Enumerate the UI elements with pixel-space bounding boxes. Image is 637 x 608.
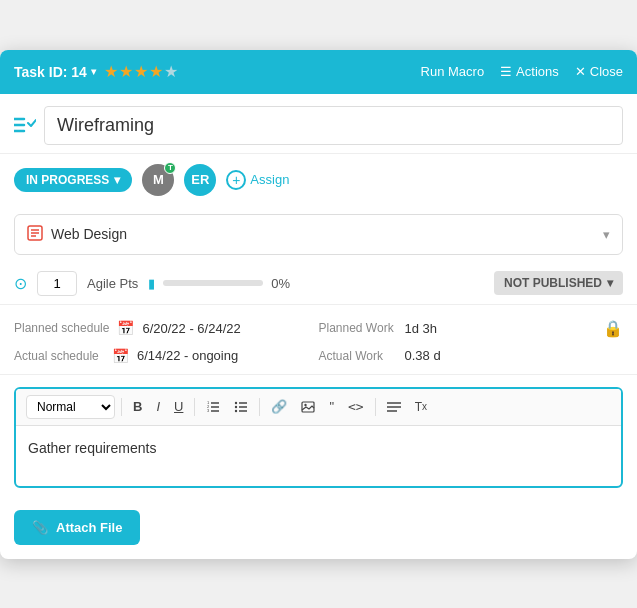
toolbar-sep-2 — [194, 398, 195, 416]
assignees-row: IN PROGRESS ▾ M T ER + Assign — [0, 154, 637, 206]
star-2[interactable]: ★ — [119, 62, 133, 81]
actual-schedule-label: Actual schedule — [14, 349, 104, 363]
progress-icon: ▮ — [148, 276, 155, 291]
lock-icon[interactable]: 🔒 — [603, 319, 623, 338]
planned-work-value: 1d 3h — [405, 321, 438, 336]
blockquote-button[interactable]: " — [324, 395, 339, 418]
header-right: Run Macro ☰ Actions ✕ Close — [421, 64, 623, 79]
run-macro-button[interactable]: Run Macro — [421, 64, 485, 79]
task-title-input[interactable] — [44, 106, 623, 145]
assign-plus-icon: + — [226, 170, 246, 190]
format-select[interactable]: Normal Heading 1 Heading 2 — [26, 395, 115, 419]
toolbar-sep-4 — [375, 398, 376, 416]
star-rating[interactable]: ★ ★ ★ ★ ★ — [104, 62, 178, 81]
project-name: Web Design — [51, 226, 127, 242]
planned-calendar-icon: 📅 — [117, 320, 134, 336]
attach-row: 📎 Attach File — [0, 500, 637, 559]
actual-schedule-dates[interactable]: 6/14/22 - ongoing — [137, 348, 238, 363]
project-dropdown[interactable]: Web Design ▾ — [14, 214, 623, 255]
project-icon — [27, 225, 43, 244]
clear-format-button[interactable]: Tx — [410, 396, 432, 418]
svg-point-20 — [305, 403, 307, 405]
svg-point-16 — [235, 401, 237, 403]
svg-point-17 — [235, 405, 237, 407]
schedule-grid: Planned schedule 📅 6/20/22 - 6/24/22 Pla… — [14, 319, 623, 364]
unordered-list-button[interactable] — [229, 396, 253, 418]
bold-button[interactable]: B — [128, 395, 147, 418]
italic-button[interactable]: I — [151, 395, 165, 418]
actual-work-item: Actual Work 0.38 d — [319, 348, 624, 364]
toolbar-sep-1 — [121, 398, 122, 416]
close-button[interactable]: ✕ Close — [575, 64, 623, 79]
planned-schedule-label: Planned schedule — [14, 321, 109, 335]
paperclip-icon: 📎 — [32, 520, 48, 535]
header-left: Task ID: 14 ▾ ★ ★ ★ ★ ★ — [14, 62, 178, 81]
svg-point-18 — [235, 409, 237, 411]
actual-work-label: Actual Work — [319, 349, 399, 363]
agile-row: ⊙ Agile Pts ▮ 0% NOT PUBLISHED ▾ — [0, 263, 637, 305]
project-left: Web Design — [27, 225, 127, 244]
ordered-list-button[interactable]: 1 2 3 — [201, 396, 225, 418]
not-published-chevron-icon: ▾ — [607, 276, 613, 290]
task-id-chevron: ▾ — [91, 66, 96, 77]
progress-bar-container: ▮ 0% — [148, 276, 290, 291]
svg-text:3: 3 — [207, 408, 210, 413]
not-published-button[interactable]: NOT PUBLISHED ▾ — [494, 271, 623, 295]
underline-button[interactable]: U — [169, 395, 188, 418]
avatar-er[interactable]: ER — [184, 164, 216, 196]
star-4[interactable]: ★ — [149, 62, 163, 81]
image-button[interactable] — [296, 396, 320, 418]
actual-calendar-icon: 📅 — [112, 348, 129, 364]
editor-section: Normal Heading 1 Heading 2 B I U 1 2 3 — [14, 387, 623, 488]
progress-bar[interactable] — [163, 280, 263, 286]
editor-content[interactable]: Gather requirements — [16, 426, 621, 486]
star-3[interactable]: ★ — [134, 62, 148, 81]
agile-pts-input[interactable] — [37, 271, 77, 296]
task-id[interactable]: Task ID: 14 ▾ — [14, 64, 96, 80]
avatar-m[interactable]: M T — [142, 164, 174, 196]
planned-work-label: Planned Work — [319, 321, 399, 335]
assign-button[interactable]: + Assign — [226, 170, 289, 190]
title-row — [0, 94, 637, 154]
project-chevron-icon: ▾ — [603, 227, 610, 242]
status-chevron-icon: ▾ — [114, 173, 120, 187]
avatar-badge-t: T — [164, 162, 176, 174]
close-icon: ✕ — [575, 64, 586, 79]
modal-header: Task ID: 14 ▾ ★ ★ ★ ★ ★ Run Macro ☰ Acti… — [0, 50, 637, 94]
attach-file-button[interactable]: 📎 Attach File — [14, 510, 140, 545]
link-button[interactable]: 🔗 — [266, 395, 292, 418]
actions-button[interactable]: ☰ Actions — [500, 64, 559, 79]
schedule-section: Planned schedule 📅 6/20/22 - 6/24/22 Pla… — [0, 305, 637, 375]
planned-schedule-dates[interactable]: 6/20/22 - 6/24/22 — [142, 321, 240, 336]
actual-schedule-item: Actual schedule 📅 6/14/22 - ongoing — [14, 348, 319, 364]
list-icon[interactable] — [14, 116, 36, 134]
agile-pts-label: Agile Pts — [87, 276, 138, 291]
align-button[interactable] — [382, 397, 406, 417]
editor-toolbar: Normal Heading 1 Heading 2 B I U 1 2 3 — [16, 389, 621, 426]
code-button[interactable]: <> — [343, 395, 369, 418]
agile-icon: ⊙ — [14, 274, 27, 293]
actual-work-value: 0.38 d — [405, 348, 441, 363]
toolbar-sep-3 — [259, 398, 260, 416]
planned-work-item: Planned Work 1d 3h 🔒 — [319, 319, 624, 338]
progress-pct: 0% — [271, 276, 290, 291]
task-modal: Task ID: 14 ▾ ★ ★ ★ ★ ★ Run Macro ☰ Acti… — [0, 50, 637, 559]
star-1[interactable]: ★ — [104, 62, 118, 81]
star-5[interactable]: ★ — [164, 62, 178, 81]
planned-schedule-item: Planned schedule 📅 6/20/22 - 6/24/22 — [14, 319, 319, 338]
menu-icon: ☰ — [500, 64, 512, 79]
status-badge[interactable]: IN PROGRESS ▾ — [14, 168, 132, 192]
